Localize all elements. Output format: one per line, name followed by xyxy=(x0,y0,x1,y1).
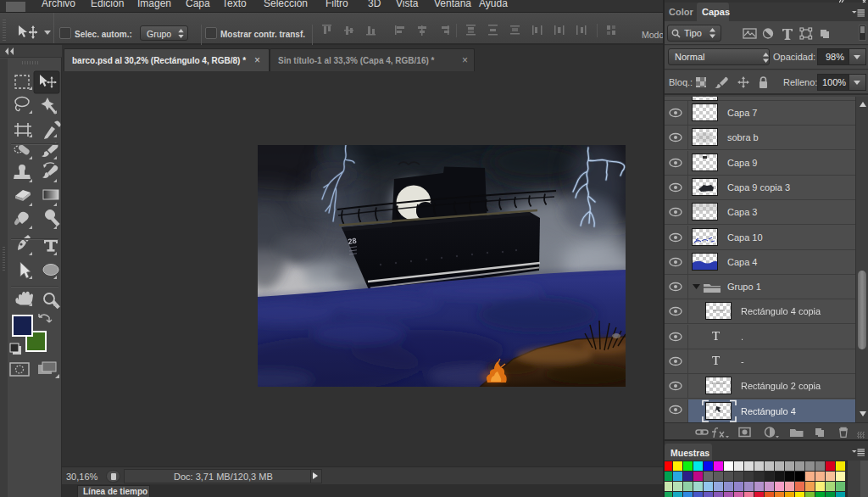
svg-text:28: 28 xyxy=(348,237,357,246)
